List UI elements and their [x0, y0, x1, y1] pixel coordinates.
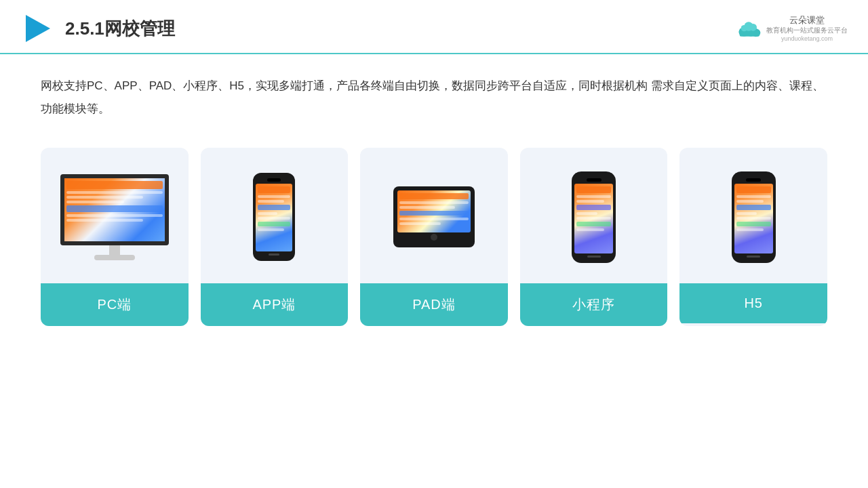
card-app: APP端	[201, 148, 349, 326]
h5-phone-icon	[732, 171, 776, 263]
header-right: 云朵课堂 教育机构一站式服务云平台 yunduoketang.com	[735, 15, 848, 43]
description-text: 网校支持PC、APP、PAD、小程序、H5，实现多端打通，产品各终端自由切换，数…	[41, 79, 824, 115]
card-h5-image	[679, 148, 827, 283]
pad-tablet-icon	[393, 186, 475, 247]
logo-play-icon	[20, 12, 53, 45]
brand-name: 云朵课堂	[789, 15, 825, 26]
card-pc: PC端	[41, 148, 189, 326]
card-pc-image	[41, 148, 189, 283]
brand-logo: 云朵课堂 教育机构一站式服务云平台 yunduoketang.com	[735, 15, 848, 43]
card-pad: PAD端	[360, 148, 508, 326]
card-h5: H5	[679, 148, 827, 326]
brand-text-block: 云朵课堂 教育机构一站式服务云平台 yunduoketang.com	[766, 15, 848, 43]
brand-url: yunduoketang.com	[781, 35, 833, 42]
card-pad-image	[360, 148, 508, 283]
page-title: 2.5.1网校管理	[65, 17, 175, 41]
card-app-label: APP端	[201, 283, 349, 326]
pc-monitor-icon	[57, 174, 172, 260]
cloud-icon	[735, 18, 762, 39]
svg-point-6	[741, 25, 747, 31]
card-h5-label: H5	[679, 283, 827, 323]
card-miniapp-image	[520, 148, 668, 283]
card-app-image	[201, 148, 349, 283]
brand-tagline: 教育机构一站式服务云平台	[766, 26, 848, 35]
svg-point-7	[749, 24, 757, 31]
card-pc-label: PC端	[41, 283, 189, 326]
cards-container: PC端	[0, 127, 868, 346]
card-miniapp-label: 小程序	[520, 283, 668, 326]
app-phone-icon	[253, 173, 295, 261]
svg-rect-4	[740, 31, 760, 37]
miniapp-phone-icon	[572, 171, 616, 263]
header-left: 2.5.1网校管理	[20, 12, 175, 45]
svg-marker-0	[26, 15, 50, 42]
header: 2.5.1网校管理 云朵课堂 教育机构一站式服务云平台 yunduoketang…	[0, 0, 868, 54]
card-miniapp: 小程序	[520, 148, 668, 326]
description: 网校支持PC、APP、PAD、小程序、H5，实现多端打通，产品各终端自由切换，数…	[0, 54, 868, 127]
card-pad-label: PAD端	[360, 283, 508, 326]
